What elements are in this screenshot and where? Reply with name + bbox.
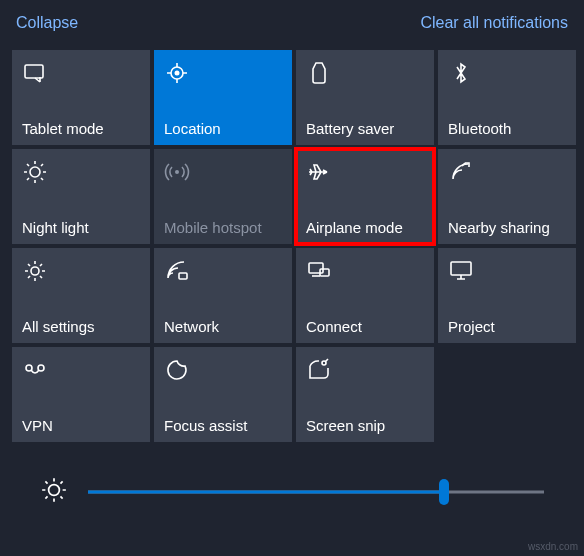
tile-label: Location	[164, 120, 282, 137]
tile-label: Tablet mode	[22, 120, 140, 137]
tile-label: Connect	[306, 318, 424, 335]
brightness-fill	[88, 491, 444, 494]
brightness-icon	[40, 476, 68, 508]
collapse-link[interactable]: Collapse	[16, 14, 78, 32]
brightness-slider[interactable]	[88, 480, 544, 504]
tile-night-light[interactable]: Night light	[12, 149, 150, 244]
airplane-icon	[306, 159, 424, 185]
tile-label: Battery saver	[306, 120, 424, 137]
tile-label: Night light	[22, 219, 140, 236]
location-icon	[164, 60, 282, 86]
tile-label: All settings	[22, 318, 140, 335]
tile-connect[interactable]: Connect	[296, 248, 434, 343]
tile-battery-saver[interactable]: Battery saver	[296, 50, 434, 145]
tile-tablet-mode[interactable]: Tablet mode	[12, 50, 150, 145]
connect-icon	[306, 258, 424, 284]
tile-label: VPN	[22, 417, 140, 434]
nightlight-icon	[22, 159, 140, 185]
tile-screen-snip[interactable]: Screen snip	[296, 347, 434, 442]
snip-icon	[306, 357, 424, 383]
tile-label: Focus assist	[164, 417, 282, 434]
brightness-thumb[interactable]	[439, 479, 449, 505]
tablet-icon	[22, 60, 140, 86]
tile-bluetooth[interactable]: Bluetooth	[438, 50, 576, 145]
nearby-icon	[448, 159, 566, 185]
tile-label: Nearby sharing	[448, 219, 566, 236]
network-icon	[164, 258, 282, 284]
tile-focus-assist[interactable]: Focus assist	[154, 347, 292, 442]
tile-label: Airplane mode	[306, 219, 424, 236]
tile-label: Screen snip	[306, 417, 424, 434]
tile-project[interactable]: Project	[438, 248, 576, 343]
tile-airplane-mode[interactable]: Airplane mode	[296, 149, 434, 244]
tile-label: Mobile hotspot	[164, 219, 282, 236]
clear-notifications-link[interactable]: Clear all notifications	[420, 14, 568, 32]
tile-label: Bluetooth	[448, 120, 566, 137]
battery-icon	[306, 60, 424, 86]
bluetooth-icon	[448, 60, 566, 86]
quick-actions-grid: Tablet modeLocationBattery saverBluetoot…	[0, 50, 584, 442]
tile-vpn[interactable]: VPN	[12, 347, 150, 442]
tile-location[interactable]: Location	[154, 50, 292, 145]
watermark: wsxdn.com	[528, 541, 578, 552]
tile-label: Network	[164, 318, 282, 335]
settings-icon	[22, 258, 140, 284]
vpn-icon	[22, 357, 140, 383]
tile-all-settings[interactable]: All settings	[12, 248, 150, 343]
tile-nearby-sharing[interactable]: Nearby sharing	[438, 149, 576, 244]
hotspot-icon	[164, 159, 282, 185]
focus-icon	[164, 357, 282, 383]
tile-network[interactable]: Network	[154, 248, 292, 343]
tile-label: Project	[448, 318, 566, 335]
project-icon	[448, 258, 566, 284]
tile-mobile-hotspot: Mobile hotspot	[154, 149, 292, 244]
